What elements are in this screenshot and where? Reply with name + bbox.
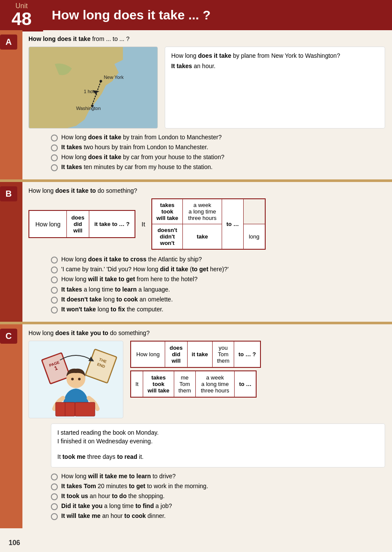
unit-header: Unit 48 How long does it take ... ? (0, 0, 392, 30)
list-item: How long will it take me to learn to dri… (51, 473, 385, 480)
unit-title: How long does it take ... ? (43, 8, 210, 22)
list-item: It won't take long to fix the computer. (51, 306, 385, 314)
checkbox[interactable] (51, 307, 58, 314)
checkbox[interactable] (51, 267, 58, 273)
svg-point-19 (78, 378, 81, 380)
example-line-2: I finished it on Wednesday evening. (57, 438, 379, 445)
unit-number: 48 (12, 10, 32, 28)
tc-it-take: it take (187, 341, 213, 367)
checkbox[interactable] (51, 154, 58, 161)
tc-it: It (131, 371, 143, 397)
section-c-main: PAGE 1 THE END (28, 341, 385, 418)
table-cell-does-did-will: doesdidwill (67, 210, 89, 238)
checkbox[interactable] (51, 287, 58, 294)
sentence-text: How long does it take by car from your h… (61, 154, 224, 160)
sentence-text: It took us an hour to do the shopping. (61, 492, 165, 499)
checkbox[interactable] (51, 276, 58, 283)
section-a-example-q: How long does it take by plane from New … (171, 52, 379, 59)
list-item: It takes Tom 20 minutes to get to work i… (51, 483, 385, 490)
tc-takes-took-willtake: takestookwill take (143, 371, 174, 397)
section-c-tables: How long doesdidwill it take youTomthem … (130, 341, 261, 398)
page-number: 106 (9, 539, 20, 547)
section-a-title: How long does it take from ... to ... ? (28, 35, 385, 42)
map-svg: New York Washington 1 hour (29, 47, 157, 128)
unit-badge: Unit 48 (0, 0, 43, 31)
illustration-img: PAGE 1 THE END (28, 341, 123, 418)
section-b-title: How long does it take to do something? (28, 187, 385, 194)
checkbox[interactable] (51, 513, 58, 520)
list-item: It takes two hours by train from London … (51, 144, 385, 151)
checkbox[interactable] (51, 483, 58, 490)
list-item: How long does it take by car from your h… (51, 154, 385, 161)
table-cell-times: a weeka long timethree hours (183, 199, 222, 224)
section-c-sidebar: C (0, 324, 22, 528)
list-item: How long will it take to get from here t… (51, 276, 385, 283)
svg-text:New York: New York (104, 75, 124, 80)
sentence-text: It won't take long to fix the computer. (61, 306, 163, 313)
sentence-text: It takes ten minutes by car from my hous… (61, 163, 213, 170)
svg-point-18 (71, 378, 74, 380)
checkbox[interactable] (51, 144, 58, 151)
svg-point-4 (91, 105, 94, 107)
checkbox[interactable] (51, 164, 58, 171)
section-a-sidebar: A (0, 30, 22, 179)
tc-me-tom-them: meTomthem (174, 371, 195, 397)
section-c-label: C (0, 329, 17, 344)
example-line-3: It took me three days to read it. (57, 453, 379, 460)
section-c-example-box: I started reading the book on Monday. I … (51, 423, 385, 467)
section-a: A How long does it take from ... to ... … (0, 30, 392, 179)
table-cell-to: to … (222, 199, 244, 249)
checkbox[interactable] (51, 474, 58, 480)
list-item: It will take me an hour to cook dinner. (51, 512, 385, 520)
checkbox[interactable] (51, 257, 58, 263)
table-cell-it-take-to: it take to … ? (89, 210, 135, 238)
sentence-text: It takes Tom 20 minutes to get to work i… (61, 483, 208, 489)
list-item: It takes a long time to learn a language… (51, 286, 385, 294)
list-item: It took us an hour to do the shopping. (51, 492, 385, 500)
section-c-title: How long does it take you to do somethin… (28, 329, 385, 336)
table-cell-how-long: How long (29, 210, 67, 238)
section-b-content: How long does it take to do something? H… (22, 182, 392, 322)
list-item: It takes ten minutes by car from my hous… (51, 163, 385, 171)
sentence-text: It takes two hours by train from London … (61, 144, 208, 151)
tc-how-long: How long (131, 341, 165, 367)
sentence-text: It will take me an hour to cook dinner. (61, 512, 166, 519)
section-a-title-rest: from ... to ... ? (91, 35, 129, 42)
section-b-tables: How long doesdidwill it take to … ? It t… (28, 198, 385, 250)
section-a-content: How long does it take from ... to ... ? … (22, 30, 392, 179)
example-line-1: I started reading the book on Monday. (57, 429, 379, 436)
grammar-table-c-top: How long doesdidwill it take youTomthem … (130, 341, 261, 368)
illustration-box: PAGE 1 THE END (28, 341, 123, 418)
tc-you-tom-them: youTomthem (213, 341, 234, 367)
tc-to: to … (235, 371, 256, 397)
list-item: How long does it take by train from Lond… (51, 134, 385, 141)
table-cell-doesnt-didnt-wont: doesn'tdidn'twon't (152, 224, 183, 250)
section-b-label: B (0, 186, 17, 201)
tc-to-q: to … ? (234, 341, 261, 367)
section-a-example-box: How long does it take by plane from New … (165, 47, 385, 129)
checkbox[interactable] (51, 297, 58, 304)
sentence-text: Did it take you a long time to find a jo… (61, 502, 172, 509)
map-container: New York Washington 1 hour (28, 47, 158, 129)
section-b-sentences: How long does it take to cross the Atlan… (51, 256, 385, 314)
list-item: 'I came by train.' 'Did you? How long di… (51, 266, 385, 273)
table-cell-take: take (183, 224, 222, 250)
section-a-title-bold: How long does it take (28, 35, 91, 42)
table-cell-takes-took-willtake: takestookwill take (152, 199, 183, 224)
list-item: How long does it take to cross the Atlan… (51, 256, 385, 263)
section-c-content: How long does it take you to do somethin… (22, 324, 392, 528)
person-reading-svg: PAGE 1 THE END (31, 342, 121, 417)
list-item: It doesn't take long to cook an omelette… (51, 296, 385, 304)
tc-week-longtime-hours: a weeka long timethree hours (195, 371, 235, 397)
sentence-text: 'I came by train.' 'Did you? How long di… (61, 266, 229, 273)
checkbox[interactable] (51, 493, 58, 500)
checkbox[interactable] (51, 503, 58, 510)
section-c-sentences: How long will it take me to learn to dri… (51, 473, 385, 520)
section-c: C How long does it take you to do someth… (0, 324, 392, 528)
section-a-main: New York Washington 1 hour How (28, 47, 385, 129)
checkbox[interactable] (51, 135, 58, 141)
tc-does-did-will: doesdidwill (165, 341, 187, 367)
grammar-table-b-left: How long doesdidwill it take to … ? (28, 210, 135, 238)
sentence-text: It takes a long time to learn a language… (61, 286, 170, 293)
section-b-sidebar: B (0, 182, 22, 322)
